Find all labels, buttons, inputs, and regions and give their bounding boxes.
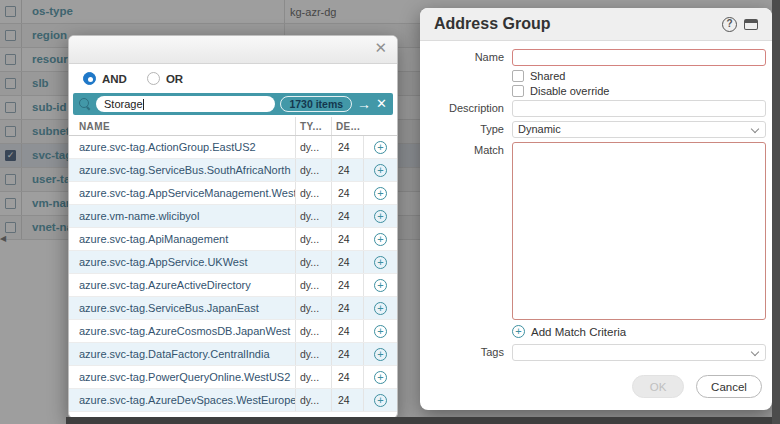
tags-label: Tags <box>420 344 512 361</box>
type-label: Type <box>420 121 512 138</box>
column-header-name[interactable]: NAME <box>69 121 295 132</box>
item-detail: 24 <box>331 136 363 158</box>
list-item[interactable]: azure.svc-tag.DataFactory.CentralIndia d… <box>69 343 397 366</box>
help-icon[interactable]: ? <box>722 17 737 32</box>
list-item[interactable]: azure.svc-tag.AppService.UKWest dy... 24… <box>69 251 397 274</box>
match-field[interactable] <box>512 142 766 320</box>
add-item-icon[interactable]: + <box>374 164 387 177</box>
list-item[interactable]: azure.svc-tag.ServiceBus.JapanEast dy...… <box>69 297 397 320</box>
item-detail: 24 <box>331 343 363 365</box>
item-type: dy... <box>295 320 331 342</box>
plus-icon: + <box>512 325 525 338</box>
match-label: Match <box>420 142 512 159</box>
item-name[interactable]: azure.vm-name.wlicibyol <box>69 210 295 222</box>
add-item-icon[interactable]: + <box>374 394 387 407</box>
dialog-title: Address Group <box>434 15 722 33</box>
list-item[interactable]: azure.svc-tag.AzureActiveDirectory dy...… <box>69 274 397 297</box>
name-label: Name <box>420 49 512 66</box>
radio-or[interactable]: OR <box>147 72 183 85</box>
popup-header: ✕ <box>69 36 397 64</box>
item-detail: 24 <box>331 228 363 250</box>
tags-select[interactable] <box>512 344 766 361</box>
dialog-body: Name Shared Disable override Description… <box>420 41 772 410</box>
add-item-icon[interactable]: + <box>374 371 387 384</box>
screenshot-bottom-edge <box>66 417 780 424</box>
cancel-button[interactable]: Cancel <box>696 375 762 398</box>
item-name[interactable]: azure.svc-tag.AzureCosmosDB.JapanWest <box>69 325 295 337</box>
text-caret <box>143 99 144 110</box>
type-select[interactable]: Dynamic <box>512 121 766 138</box>
radio-and-control[interactable] <box>83 72 96 85</box>
list-item[interactable]: azure.svc-tag.AzureDevSpaces.WestEurope … <box>69 389 397 412</box>
item-detail: 24 <box>331 274 363 296</box>
close-icon[interactable]: ✕ <box>374 39 387 57</box>
add-item-icon[interactable]: + <box>374 187 387 200</box>
item-type: dy... <box>295 251 331 273</box>
item-name[interactable]: azure.svc-tag.DataFactory.CentralIndia <box>69 348 295 360</box>
item-type: dy... <box>295 366 331 388</box>
apply-filter-icon[interactable]: → <box>357 94 371 114</box>
window-icon[interactable] <box>744 19 758 30</box>
description-field[interactable] <box>512 100 766 117</box>
item-name[interactable]: azure.svc-tag.ServiceBus.JapanEast <box>69 302 295 314</box>
item-type: dy... <box>295 274 331 296</box>
list-item[interactable]: azure.svc-tag.PowerQueryOnline.WestUS2 d… <box>69 366 397 389</box>
items-count-badge: 1730 items <box>280 96 352 112</box>
item-type: dy... <box>295 205 331 227</box>
add-match-criteria-button[interactable]: + Add Match Criteria <box>512 325 766 338</box>
list-item[interactable]: azure.svc-tag.ActionGroup.EastUS2 dy... … <box>69 136 397 159</box>
item-type: dy... <box>295 136 331 158</box>
list-item[interactable]: azure.vm-name.wlicibyol dy... 24 + <box>69 205 397 228</box>
add-item-icon[interactable]: + <box>374 348 387 361</box>
match-criteria-popup: ✕ AND OR Storage 1730 items → ✕ NAME TY.… <box>68 35 398 419</box>
shared-checkbox[interactable] <box>512 70 524 82</box>
radio-or-label: OR <box>166 73 183 85</box>
name-field[interactable] <box>512 49 766 66</box>
add-item-icon[interactable]: + <box>374 302 387 315</box>
list-item[interactable]: azure.svc-tag.AppServiceManagement.WestU… <box>69 182 397 205</box>
disable-override-label: Disable override <box>530 85 609 97</box>
item-detail: 24 <box>331 297 363 319</box>
add-item-icon[interactable]: + <box>374 279 387 292</box>
item-detail: 24 <box>331 389 363 411</box>
screenshot-right-edge <box>772 0 780 424</box>
add-item-icon[interactable]: + <box>374 325 387 338</box>
item-type: dy... <box>295 159 331 181</box>
item-name[interactable]: azure.svc-tag.ApiManagement <box>69 233 295 245</box>
item-name[interactable]: azure.svc-tag.ActionGroup.EastUS2 <box>69 141 295 153</box>
popup-column-headers: NAME TY... DE... <box>69 117 397 136</box>
add-item-icon[interactable]: + <box>374 233 387 246</box>
add-match-criteria-label: Add Match Criteria <box>531 326 626 338</box>
disable-override-checkbox-row[interactable]: Disable override <box>512 85 766 97</box>
list-item[interactable]: azure.svc-tag.ServiceBus.SouthAfricaNort… <box>69 159 397 182</box>
item-detail: 24 <box>331 320 363 342</box>
shared-checkbox-row[interactable]: Shared <box>512 70 766 82</box>
item-name[interactable]: azure.svc-tag.AppService.UKWest <box>69 256 295 268</box>
item-name[interactable]: azure.svc-tag.PowerQueryOnline.WestUS2 <box>69 371 295 383</box>
shared-label: Shared <box>530 70 565 82</box>
item-detail: 24 <box>331 205 363 227</box>
column-header-type[interactable]: TY... <box>295 117 331 135</box>
item-name[interactable]: azure.svc-tag.AzureDevSpaces.WestEurope <box>69 394 295 406</box>
column-header-detail[interactable]: DE... <box>331 117 363 135</box>
list-item[interactable]: azure.svc-tag.ApiManagement dy... 24 + <box>69 228 397 251</box>
add-item-icon[interactable]: + <box>374 141 387 154</box>
ok-button[interactable]: OK <box>632 375 684 398</box>
search-bar: Storage 1730 items → ✕ <box>73 93 393 115</box>
item-detail: 24 <box>331 182 363 204</box>
list-item[interactable]: azure.svc-tag.AzureCosmosDB.JapanWest dy… <box>69 320 397 343</box>
description-label: Description <box>420 100 512 117</box>
item-name[interactable]: azure.svc-tag.AzureActiveDirectory <box>69 279 295 291</box>
add-item-icon[interactable]: + <box>374 210 387 223</box>
disable-override-checkbox[interactable] <box>512 85 524 97</box>
item-type: dy... <box>295 182 331 204</box>
clear-filter-icon[interactable]: ✕ <box>376 94 387 114</box>
item-name[interactable]: azure.svc-tag.ServiceBus.SouthAfricaNort… <box>69 164 295 176</box>
item-type: dy... <box>295 389 331 411</box>
item-name[interactable]: azure.svc-tag.AppServiceManagement.WestU… <box>69 187 295 199</box>
item-detail: 24 <box>331 366 363 388</box>
radio-and[interactable]: AND <box>83 72 127 85</box>
radio-or-control[interactable] <box>147 72 160 85</box>
search-input[interactable]: Storage <box>96 96 275 112</box>
add-item-icon[interactable]: + <box>374 256 387 269</box>
